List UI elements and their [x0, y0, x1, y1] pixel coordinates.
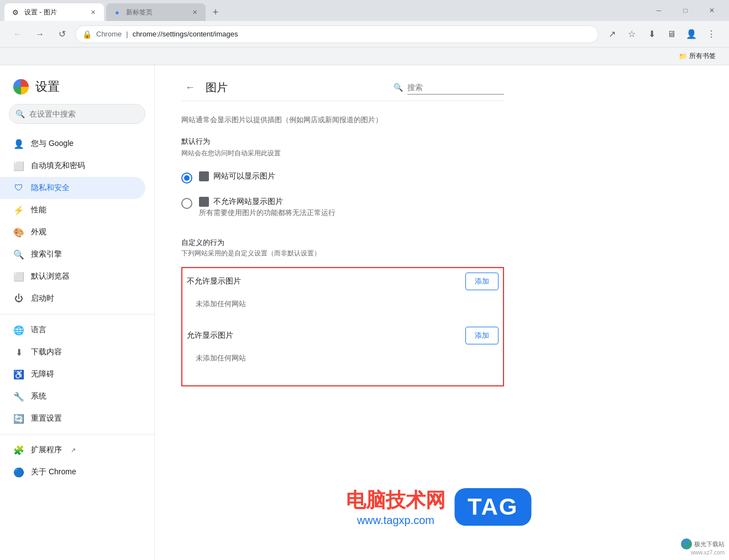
- sidebar-item-downloads[interactable]: ⬇ 下载内容: [0, 341, 145, 363]
- new-tab-button[interactable]: +: [208, 4, 223, 20]
- sidebar-item-privacy[interactable]: 🛡 隐私和安全: [0, 177, 145, 199]
- sidebar-item-accessibility-label: 无障碍: [31, 369, 54, 379]
- close-button[interactable]: ✕: [699, 3, 725, 18]
- sidebar-item-accessibility[interactable]: ♿ 无障碍: [0, 363, 145, 385]
- default-browser-icon: ⬜: [13, 271, 24, 282]
- tab-settings[interactable]: ⚙ 设置 - 图片 ✕: [4, 3, 104, 21]
- sidebar-item-startup[interactable]: ⏻ 启动时: [0, 287, 145, 310]
- sidebar-item-search-label: 搜索引擎: [31, 249, 62, 259]
- sidebar-item-performance[interactable]: ⚡ 性能: [0, 199, 145, 221]
- radio-group: 网站可以显示图片 不允许网站显示图片: [181, 165, 504, 224]
- allow-empty-message: 未添加任何网站: [187, 349, 499, 368]
- content-page-title: 图片: [206, 80, 228, 95]
- sidebar-search-input[interactable]: [9, 104, 145, 124]
- profile-icon[interactable]: 👤: [683, 25, 700, 43]
- content-description: 网站通常会显示图片以提供插图（例如网店或新闻报道的图片）: [181, 114, 504, 125]
- share-icon[interactable]: ↗: [603, 25, 621, 43]
- page-header: ← 图片 🔍: [181, 78, 504, 101]
- sidebar-item-language[interactable]: 🌐 语言: [0, 319, 145, 341]
- radio-allow-label: 网站可以显示图片: [199, 171, 504, 181]
- address-separator: |: [126, 30, 128, 38]
- content-search-input[interactable]: [407, 81, 504, 95]
- back-button[interactable]: ←: [9, 25, 27, 43]
- sidebar-item-privacy-label: 隐私和安全: [31, 183, 70, 193]
- newtab-label: 新标签页: [126, 8, 186, 17]
- language-icon: 🌐: [13, 325, 24, 336]
- menu-icon[interactable]: ⋮: [702, 25, 720, 43]
- refresh-button[interactable]: ↺: [53, 25, 71, 43]
- address-url: chrome://settings/content/images: [133, 30, 591, 38]
- privacy-icon: 🛡: [13, 182, 24, 193]
- appearance-icon: 🎨: [13, 227, 24, 238]
- minimize-button[interactable]: ─: [646, 3, 672, 18]
- radio-option-block[interactable]: 不允许网站显示图片 所有需要使用图片的功能都将无法正常运行: [181, 190, 504, 224]
- content-search-icon: 🔍: [394, 83, 403, 92]
- startup-icon: ⏻: [13, 293, 24, 304]
- address-chrome-text: Chrome: [96, 30, 122, 38]
- sidebar-item-downloads-label: 下载内容: [31, 347, 62, 357]
- sidebar-item-performance-label: 性能: [31, 205, 46, 215]
- bookmarks-label: 所有书签: [689, 51, 716, 61]
- block-images-icon: [199, 197, 209, 207]
- newtab-close[interactable]: ✕: [190, 8, 199, 17]
- sidebar-item-language-label: 语言: [31, 325, 46, 335]
- search-engine-icon: 🔍: [13, 249, 24, 260]
- default-behavior-title: 默认行为: [181, 137, 504, 146]
- autofill-icon: ⬜: [13, 160, 24, 171]
- sidebar-item-default-browser[interactable]: ⬜ 默认浏览器: [0, 265, 145, 287]
- sidebar-item-default-browser-label: 默认浏览器: [31, 271, 70, 281]
- content-back-button[interactable]: ←: [181, 78, 199, 96]
- highlight-box: 不允许显示图片 添加 未添加任何网站 允许显示图片 添加: [181, 267, 504, 386]
- sidebar-item-about[interactable]: 🔵 关于 Chrome: [0, 461, 145, 483]
- downloads-icon: ⬇: [13, 347, 24, 358]
- radio-block-content: 不允许网站显示图片 所有需要使用图片的功能都将无法正常运行: [199, 197, 504, 218]
- radio-block-sublabel: 所有需要使用图片的功能都将无法正常运行: [199, 208, 504, 218]
- folder-icon: 📁: [679, 53, 687, 60]
- sidebar-item-about-label: 关于 Chrome: [31, 467, 76, 477]
- forward-button[interactable]: →: [31, 25, 49, 43]
- address-security-icon: 🔒: [82, 30, 92, 39]
- sidebar-item-system-label: 系统: [31, 391, 46, 401]
- custom-behavior-title: 自定义的行为: [181, 238, 504, 248]
- radio-allow-content: 网站可以显示图片: [199, 171, 504, 181]
- settings-tab-favicon: ⚙: [11, 8, 20, 17]
- settings-title: 设置: [35, 78, 60, 95]
- settings-tab-close[interactable]: ✕: [88, 8, 97, 17]
- address-bar[interactable]: 🔒 Chrome | chrome://settings/content/ima…: [75, 25, 599, 43]
- sidebar-divider: [0, 314, 154, 315]
- bookmarks-folder[interactable]: 📁 所有书签: [674, 49, 720, 63]
- block-section-header: 不允许显示图片 添加: [187, 273, 499, 290]
- tab-newtab[interactable]: ● 新标签页 ✕: [106, 3, 206, 21]
- download-icon[interactable]: ⬇: [643, 25, 660, 43]
- radio-block-circle[interactable]: [181, 198, 192, 209]
- sidebar-item-appearance[interactable]: 🎨 外观: [0, 221, 145, 243]
- sidebar-item-google[interactable]: 👤 您与 Google: [0, 133, 145, 155]
- sidebar-item-reset-label: 重置设置: [31, 414, 62, 423]
- radio-allow-circle[interactable]: [181, 172, 192, 184]
- page-search: 🔍: [394, 81, 504, 95]
- custom-behavior-section: 自定义的行为 下列网站采用的是自定义设置（而非默认设置） 不允许显示图片 添加 …: [181, 238, 504, 386]
- sidebar-item-system[interactable]: 🔧 系统: [0, 385, 145, 407]
- settings-sidebar: 设置 🔍 👤 您与 Google ⬜ 自动填充和密码 🛡 隐私和安全: [0, 65, 155, 560]
- custom-behavior-subtitle: 下列网站采用的是自定义设置（而非默认设置）: [181, 249, 504, 258]
- cast-icon[interactable]: 🖥: [663, 25, 680, 43]
- sidebar-search-box: 🔍: [9, 104, 145, 124]
- bookmark-icon[interactable]: ☆: [623, 25, 641, 43]
- performance-icon: ⚡: [13, 205, 24, 216]
- allow-section: 允许显示图片 添加 未添加任何网站: [187, 327, 499, 368]
- maximize-button[interactable]: □: [673, 3, 698, 18]
- sidebar-item-google-label: 您与 Google: [31, 139, 74, 149]
- sidebar-item-autofill[interactable]: ⬜ 自动填充和密码: [0, 155, 145, 177]
- sidebar-item-reset[interactable]: 🔄 重置设置: [0, 407, 145, 430]
- sidebar-item-extensions[interactable]: 🧩 扩展程序 ↗: [0, 439, 145, 461]
- allow-add-button[interactable]: 添加: [465, 327, 499, 344]
- extensions-icon: 🧩: [13, 444, 24, 456]
- about-icon: 🔵: [13, 467, 24, 478]
- google-icon: 👤: [13, 138, 24, 149]
- radio-option-allow[interactable]: 网站可以显示图片: [181, 165, 504, 190]
- sidebar-item-autofill-label: 自动填充和密码: [31, 161, 85, 171]
- sidebar-item-search[interactable]: 🔍 搜索引擎: [0, 243, 145, 265]
- block-add-button[interactable]: 添加: [465, 273, 499, 290]
- allow-section-title: 允许显示图片: [187, 331, 233, 341]
- allow-images-icon: [199, 171, 209, 181]
